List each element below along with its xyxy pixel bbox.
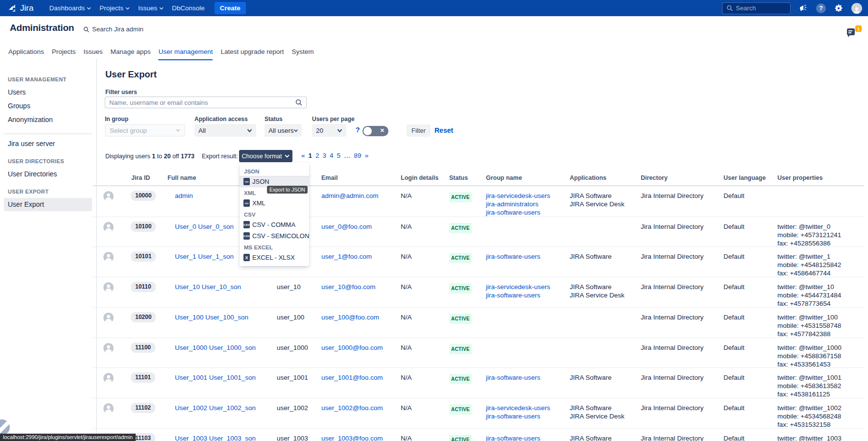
tab-applications[interactable]: Applications (8, 48, 44, 60)
full-name-link[interactable]: User_1003 User_1003_son (175, 434, 256, 441)
username: user_100 (277, 313, 304, 321)
table-row: 11103User_1003 User_1003_sonuser_1003use… (93, 428, 864, 441)
reset-link[interactable]: Reset (434, 126, 453, 134)
nav-item-projects[interactable]: Projects (99, 4, 130, 12)
page-prev[interactable]: « (301, 152, 305, 159)
filter-button[interactable]: Filter (407, 124, 431, 137)
notifications-indicator[interactable]: 1 (847, 25, 862, 38)
displaying-users-text: Displaying users 1 to 20 off 1773 (105, 153, 194, 160)
group-link[interactable]: jira-software-users (486, 434, 540, 441)
email-link[interactable]: user_1003@foo.com (321, 434, 383, 441)
show-login-details-toggle[interactable]: ✕ (362, 126, 388, 136)
scroll-top-button[interactable] (0, 419, 10, 435)
email-link[interactable]: user_1002@foo.com (321, 404, 383, 412)
menu-item-csv-semicolon[interactable]: CSVCSV - SEMICOLON (240, 230, 309, 242)
select-status[interactable]: All users (265, 124, 302, 137)
nav-item-dbconsole[interactable]: DbConsole (172, 4, 205, 12)
tab-system[interactable]: System (292, 48, 314, 60)
settings-gear-icon[interactable] (834, 4, 843, 13)
menu-item-xml[interactable]: </>XML (240, 197, 309, 209)
sidebar-item-user-directories[interactable]: User Directories (0, 168, 92, 181)
menu-item-csv-comma[interactable]: CSVCSV - COMMA (240, 219, 309, 230)
sidebar-item-users[interactable]: Users (0, 86, 92, 99)
group-link[interactable]: jira-software-users (486, 208, 550, 217)
group-link[interactable]: jira-software-users (486, 412, 550, 420)
nav-item-dashboards[interactable]: Dashboards (49, 4, 91, 12)
username: user_1000 (277, 343, 308, 352)
jira-logo[interactable]: Jira (8, 3, 33, 13)
chevron-down-icon (247, 129, 252, 132)
status-badge: ACTIVE (449, 283, 472, 294)
tab-manage-apps[interactable]: Manage apps (111, 48, 151, 60)
menu-item-excel-xlsx[interactable]: XEXCEL - XLSX (240, 252, 309, 263)
email-link[interactable]: user_0@foo.com (321, 222, 372, 231)
full-name-link[interactable]: admin (175, 192, 193, 200)
select-in-group[interactable]: Select group (105, 124, 185, 137)
sidebar-item-anonymization[interactable]: Anonymization (0, 113, 92, 126)
page-89[interactable]: 89 (354, 152, 362, 159)
choose-format-button[interactable]: Choose format (239, 150, 292, 162)
page-2[interactable]: 2 (315, 152, 319, 159)
group-link[interactable]: jira-servicedesk-users (486, 283, 550, 291)
full-name-link[interactable]: User_0 User_0_son (175, 222, 234, 231)
sidebar-item-groups[interactable]: Groups (0, 99, 92, 113)
page-5[interactable]: 5 (337, 152, 341, 159)
tab-projects[interactable]: Projects (52, 48, 76, 60)
group-link[interactable]: jira-software-users (486, 373, 540, 382)
email-link[interactable]: user_1000@foo.com (321, 343, 383, 352)
sidebar-item-user-export[interactable]: User Export (4, 198, 92, 211)
group-link[interactable]: jira-software-users (486, 252, 540, 261)
sidebar-item-jira-user-server[interactable]: Jira user server (0, 137, 92, 150)
email-link[interactable]: user_1@foo.com (321, 252, 372, 261)
announcements-icon[interactable] (799, 4, 808, 12)
toggle-knob (363, 127, 372, 135)
create-button[interactable]: Create (215, 2, 246, 14)
filter-label: Users per page (312, 116, 355, 122)
username: user_1003 (277, 434, 308, 441)
group-links: jira-software-users (486, 373, 540, 382)
page-ellipsis[interactable]: … (344, 152, 351, 159)
page-next[interactable]: » (365, 152, 369, 159)
help-icon[interactable]: ? (816, 3, 826, 13)
page-title: Administration (10, 23, 74, 33)
nav-search-input[interactable]: Search (722, 2, 791, 14)
group-link[interactable]: jira-servicedesk-users (486, 404, 550, 412)
select-users-per-page[interactable]: 20 (312, 124, 346, 137)
full-name-link[interactable]: User_1002 User_1002_son (175, 404, 256, 412)
login-details: N/A (401, 434, 412, 441)
json-file-icon: </> (243, 178, 250, 185)
page-1[interactable]: 1 (309, 152, 313, 159)
user-language: Default (723, 434, 745, 441)
group-link[interactable]: jira-software-users (486, 291, 550, 299)
full-name-link[interactable]: User_10 User_10_son (175, 283, 241, 291)
admin-search[interactable]: Search Jira admin (83, 25, 144, 33)
email-link[interactable]: user_10@foo.com (321, 283, 376, 291)
group-link[interactable]: jira-servicedesk-users (486, 192, 550, 200)
user-properties: twitter: @twitter_1003 (777, 434, 842, 441)
tab-latest-upgrade-report[interactable]: Latest upgrade report (220, 48, 284, 60)
email-link[interactable]: user_1001@foo.com (321, 373, 383, 382)
page-3[interactable]: 3 (323, 152, 327, 159)
chat-bubble-icon (847, 28, 855, 35)
full-name-link[interactable]: User_1000 User_1000_son (175, 343, 256, 352)
user-filter-input[interactable]: Name, username or email contains (105, 97, 307, 108)
full-name-link[interactable]: User_100 User_100_son (175, 313, 248, 321)
nav-item-issues[interactable]: Issues (138, 4, 164, 12)
jira-logo-text: Jira (20, 3, 33, 13)
tab-user-management[interactable]: User management (158, 48, 213, 60)
table-row: 11100User_1000 User_1000_sonuser_1000use… (93, 338, 864, 368)
email-link[interactable]: user_100@foo.com (321, 313, 379, 321)
page-4[interactable]: 4 (330, 152, 334, 159)
email-link[interactable]: admin@admin.com (321, 192, 379, 200)
directory: Jira Internal Directory (641, 252, 703, 261)
full-name-link[interactable]: User_1 User_1_son (175, 252, 234, 261)
full-name-link[interactable]: User_1001 User_1001_son (175, 373, 256, 382)
group-link[interactable]: jira-administrators (486, 200, 550, 208)
tab-issues[interactable]: Issues (84, 48, 103, 60)
login-details-help[interactable]: ? (356, 126, 360, 134)
chevron-down-icon (294, 129, 298, 132)
table-row: 10110User_10 User_10_sonuser_10user_10@f… (93, 277, 864, 307)
user-avatar[interactable] (851, 3, 862, 14)
select-application-access[interactable]: All (194, 124, 256, 137)
table-row: 11101User_1001 User_1001_sonuser_1001use… (93, 368, 864, 398)
